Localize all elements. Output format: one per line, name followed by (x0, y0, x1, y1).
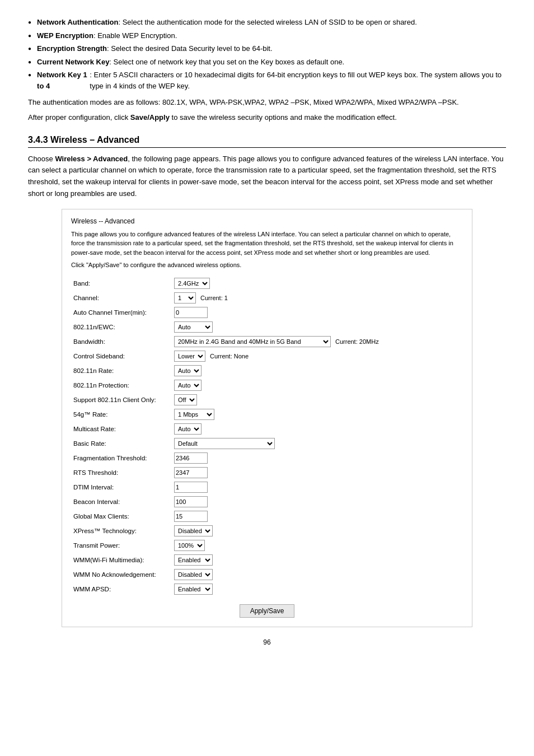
field-input-rts-threshold-[interactable] (174, 467, 208, 478)
form-row: Support 802.11n Client Only:OffOn (71, 393, 463, 407)
section-heading: 3.4.3 Wireless – Advanced (28, 135, 506, 148)
form-row: 802.11n Protection:AutoOff (71, 378, 463, 393)
field-value[interactable]: EnabledDisabled (172, 582, 463, 596)
field-label: DTIM Interval: (71, 480, 172, 494)
form-row: Auto Channel Timer(min): (71, 305, 463, 320)
form-row: Basic Rate:Default (71, 436, 463, 451)
form-row: DTIM Interval: (71, 480, 463, 494)
field-select-802-11n-rate-[interactable]: Auto (174, 365, 202, 376)
field-label: Basic Rate: (71, 436, 172, 451)
form-row: 802.11n/EWC:AutoDisabled (71, 320, 463, 334)
form-row: Beacon Interval: (71, 494, 463, 509)
field-select-802-11n-ewc-[interactable]: AutoDisabled (174, 321, 213, 333)
form-row: WMM No Acknowledgement:DisabledEnabled (71, 567, 463, 582)
intro-line1: The authentication modes are as follows:… (28, 97, 506, 109)
current-value: Current: None (210, 353, 249, 360)
field-value[interactable]: 100%75%50%25% (172, 538, 463, 553)
field-label: 802.11n Protection: (71, 378, 172, 393)
field-label: Control Sideband: (71, 349, 172, 363)
form-row: WMM APSD:EnabledDisabled (71, 582, 463, 596)
field-select-transmit-power-[interactable]: 100%75%50%25% (174, 540, 205, 551)
field-value[interactable] (172, 451, 463, 465)
field-value[interactable]: Default (172, 436, 463, 451)
field-label: Auto Channel Timer(min): (71, 305, 172, 320)
form-row: WMM(Wi-Fi Multimedia):EnabledDisabled (71, 553, 463, 567)
field-select-bandwidth-[interactable]: 20MHz in 2.4G Band and 40MHz in 5G Band2… (174, 336, 331, 347)
settings-table: Band:2.4GHz5GHzChannel:1234567891011Curr… (71, 276, 463, 596)
bullet-list: Network Authentication: Select the authe… (28, 17, 506, 91)
field-value[interactable]: 1234567891011Current: 1 (172, 291, 463, 305)
field-select-wmm-wi-fi-multimedia--[interactable]: EnabledDisabled (174, 554, 213, 566)
field-input-global-max-clients-[interactable] (174, 511, 208, 522)
field-select-basic-rate-[interactable]: Default (174, 438, 275, 449)
bullet-item: Network Key 1 to 4: Enter 5 ASCII charac… (28, 69, 506, 91)
field-label: WMM(Wi-Fi Multimedia): (71, 553, 172, 567)
field-label: WMM APSD: (71, 582, 172, 596)
field-input-fragmentation-threshold-[interactable] (174, 452, 208, 464)
field-value[interactable]: Auto (172, 363, 463, 378)
field-select-54g--rate-[interactable]: 1 Mbps2 Mbps5.5 Mbps11 MbpsAuto (174, 409, 214, 420)
bullet-item: Current Network Key: Select one of netwo… (28, 57, 506, 68)
field-select-xpress--technology-[interactable]: DisabledEnabled (174, 525, 213, 536)
field-label: Band: (71, 276, 172, 291)
field-label: Global Max Clients: (71, 509, 172, 524)
field-value[interactable] (172, 305, 463, 320)
field-value[interactable] (172, 480, 463, 494)
field-value[interactable]: DisabledEnabled (172, 567, 463, 582)
current-value: Current: 1 (200, 295, 228, 301)
field-value[interactable]: AutoDisabled (172, 320, 463, 334)
panel-title: Wireless -- Advanced (71, 217, 463, 225)
field-value[interactable]: 20MHz in 2.4G Band and 40MHz in 5G Band2… (172, 334, 463, 349)
form-row: 802.11n Rate:Auto (71, 363, 463, 378)
form-row: Control Sideband:LowerUpperCurrent: None (71, 349, 463, 363)
field-label: Bandwidth: (71, 334, 172, 349)
field-value[interactable]: OffOn (172, 393, 463, 407)
field-value[interactable] (172, 494, 463, 509)
field-label: Support 802.11n Client Only: (71, 393, 172, 407)
field-label: Beacon Interval: (71, 494, 172, 509)
field-value[interactable]: EnabledDisabled (172, 553, 463, 567)
field-value[interactable]: DisabledEnabled (172, 524, 463, 538)
field-select-802-11n-protection-[interactable]: AutoOff (174, 380, 202, 391)
field-value[interactable] (172, 509, 463, 524)
section-desc: Choose Wireless > Advanced, the followin… (28, 153, 506, 200)
panel-click-note: Click "Apply/Save" to configure the adva… (71, 262, 463, 268)
field-input-auto-channel-timer-min--[interactable] (174, 307, 208, 318)
field-value[interactable]: AutoOff (172, 378, 463, 393)
field-select-wmm-no-acknowledgement-[interactable]: DisabledEnabled (174, 569, 213, 580)
apply-save-button[interactable]: Apply/Save (240, 604, 295, 618)
field-label: RTS Threshold: (71, 465, 172, 480)
field-input-dtim-interval-[interactable] (174, 482, 208, 493)
field-label: 54g™ Rate: (71, 407, 172, 422)
form-row: Band:2.4GHz5GHz (71, 276, 463, 291)
field-value[interactable]: 2.4GHz5GHz (172, 276, 463, 291)
field-select-channel-[interactable]: 1234567891011 (174, 292, 196, 304)
field-label: 802.11n/EWC: (71, 320, 172, 334)
field-label: Channel: (71, 291, 172, 305)
current-value: Current: 20MHz (335, 338, 379, 345)
wireless-advanced-panel: Wireless -- Advanced This page allows yo… (62, 209, 472, 628)
field-select-multicast-rate-[interactable]: Auto (174, 423, 202, 435)
field-select-control-sideband-[interactable]: LowerUpper (174, 351, 205, 362)
field-value[interactable]: 1 Mbps2 Mbps5.5 Mbps11 MbpsAuto (172, 407, 463, 422)
bullet-item: WEP Encryption: Enable WEP Encryption. (28, 30, 506, 41)
field-label: Fragmentation Threshold: (71, 451, 172, 465)
field-label: WMM No Acknowledgement: (71, 567, 172, 582)
form-row: Bandwidth:20MHz in 2.4G Band and 40MHz i… (71, 334, 463, 349)
apply-save-container: Apply/Save (71, 604, 463, 618)
field-value[interactable] (172, 465, 463, 480)
field-select-band-[interactable]: 2.4GHz5GHz (174, 278, 210, 289)
form-row: Channel:1234567891011Current: 1 (71, 291, 463, 305)
field-input-beacon-interval-[interactable] (174, 496, 208, 507)
field-select-wmm-apsd-[interactable]: EnabledDisabled (174, 584, 213, 595)
field-label: Transmit Power: (71, 538, 172, 553)
form-row: Fragmentation Threshold: (71, 451, 463, 465)
field-value[interactable]: LowerUpperCurrent: None (172, 349, 463, 363)
form-row: Multicast Rate:Auto (71, 422, 463, 436)
field-label: Multicast Rate: (71, 422, 172, 436)
form-row: RTS Threshold: (71, 465, 463, 480)
form-row: 54g™ Rate:1 Mbps2 Mbps5.5 Mbps11 MbpsAut… (71, 407, 463, 422)
field-select-support-802-11n-client-only-[interactable]: OffOn (174, 394, 197, 405)
field-value[interactable]: Auto (172, 422, 463, 436)
intro-line2: After proper configuration, click Save/A… (28, 112, 506, 124)
